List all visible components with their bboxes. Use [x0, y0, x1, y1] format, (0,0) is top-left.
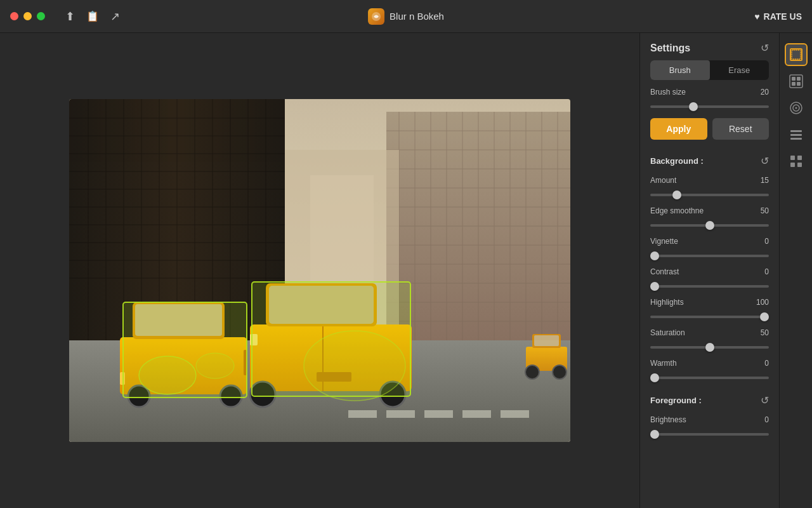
- bg-slider-row-5: Saturation 50: [650, 328, 769, 351]
- titlebar-center: Blur n Bokeh: [368, 8, 444, 25]
- svg-rect-50: [348, 410, 377, 418]
- fg-slider-value-0: 0: [764, 415, 769, 424]
- svg-rect-84: [797, 77, 801, 81]
- bg-slider-value-2: 0: [764, 237, 769, 246]
- svg-rect-83: [792, 77, 796, 81]
- bg-slider-4[interactable]: [650, 316, 769, 318]
- bg-slider-label-2: Vignette: [650, 237, 678, 246]
- background-sliders: Amount 15 Edge smoothne 50 Vignette 0 Co…: [640, 176, 779, 389]
- svg-rect-93: [790, 156, 795, 160]
- brush-size-slider[interactable]: [650, 105, 769, 108]
- traffic-lights: [10, 12, 45, 20]
- bg-slider-1[interactable]: [650, 224, 769, 227]
- action-buttons: Apply Reset: [640, 118, 779, 140]
- bg-slider-value-5: 50: [761, 328, 769, 337]
- import-icon[interactable]: ⬆: [65, 10, 75, 23]
- brush-size-label: Brush size: [650, 88, 686, 97]
- apply-button[interactable]: Apply: [650, 118, 707, 140]
- settings-header: Settings ↺: [640, 33, 779, 60]
- svg-point-76: [139, 356, 196, 394]
- svg-rect-90: [790, 130, 802, 132]
- background-section-header: Background : ↺: [640, 150, 779, 172]
- app-title: Blur n Bokeh: [390, 11, 444, 22]
- svg-rect-94: [797, 156, 802, 160]
- fg-slider-label-0: Brightness: [650, 415, 686, 424]
- bg-slider-3[interactable]: [650, 285, 769, 288]
- bg-slider-5[interactable]: [650, 346, 769, 349]
- foreground-refresh-icon[interactable]: ↺: [761, 394, 769, 406]
- target-tool-button[interactable]: [785, 97, 808, 119]
- svg-rect-52: [424, 410, 453, 418]
- titlebar: ⬆ 📋 ↗ Blur n Bokeh ♥ RATE US: [0, 0, 812, 33]
- bg-slider-row-1: Edge smoothne 50: [650, 206, 769, 229]
- svg-rect-96: [797, 163, 802, 167]
- canvas-area: [0, 33, 639, 508]
- brush-size-value: 20: [761, 88, 769, 97]
- bg-slider-label-1: Edge smoothne: [650, 206, 704, 215]
- svg-rect-57: [534, 335, 559, 346]
- bg-slider-label-6: Warmth: [650, 359, 677, 368]
- rate-us-button[interactable]: ♥ RATE US: [754, 11, 802, 22]
- svg-rect-81: [792, 50, 801, 59]
- background-title: Background :: [650, 156, 704, 166]
- svg-point-58: [525, 365, 539, 379]
- minimize-button[interactable]: [23, 12, 32, 20]
- bg-slider-label-5: Saturation: [650, 328, 685, 337]
- bg-slider-label-4: Highlights: [650, 298, 684, 307]
- bg-slider-value-0: 15: [761, 176, 769, 185]
- bg-slider-row-2: Vignette 0: [650, 237, 769, 260]
- main-content: Settings ↺ Brush Erase Brush size 20 App…: [0, 33, 812, 508]
- svg-rect-82: [790, 75, 802, 88]
- bg-slider-label-3: Contrast: [650, 267, 679, 276]
- settings-panel: Settings ↺ Brush Erase Brush size 20 App…: [639, 33, 779, 508]
- bg-slider-value-6: 0: [764, 359, 769, 368]
- titlebar-icons: ⬆ 📋 ↗: [65, 10, 120, 23]
- svg-rect-85: [792, 82, 796, 86]
- brush-erase-toggle: Brush Erase: [650, 60, 769, 80]
- scene-svg: [69, 99, 570, 442]
- bg-slider-6[interactable]: [650, 377, 769, 379]
- settings-refresh-icon[interactable]: ↺: [761, 42, 769, 54]
- zoom-tool-button[interactable]: [785, 70, 808, 93]
- erase-button[interactable]: Erase: [710, 60, 769, 80]
- bg-slider-row-3: Contrast 0: [650, 267, 769, 290]
- grid-tool-button[interactable]: [785, 150, 808, 173]
- close-button[interactable]: [10, 12, 18, 20]
- svg-rect-53: [462, 410, 491, 418]
- foreground-section-header: Foreground : ↺: [640, 389, 779, 411]
- background-refresh-icon[interactable]: ↺: [761, 155, 769, 167]
- bg-slider-value-4: 100: [756, 298, 769, 307]
- right-toolbar: [779, 33, 812, 508]
- image-canvas[interactable]: [69, 99, 570, 442]
- brush-size-row: Brush size 20: [650, 88, 769, 110]
- foreground-title: Foreground :: [650, 396, 702, 405]
- maximize-button[interactable]: [37, 12, 45, 20]
- foreground-sliders: Brightness 0: [640, 415, 779, 446]
- bg-slider-row-4: Highlights 100: [650, 298, 769, 321]
- svg-rect-51: [386, 410, 415, 418]
- crop-tool-button[interactable]: [785, 43, 808, 66]
- share-icon[interactable]: ↗: [110, 10, 120, 23]
- settings-title: Settings: [650, 43, 690, 54]
- svg-point-77: [196, 353, 234, 378]
- save-icon[interactable]: 📋: [86, 10, 99, 22]
- brush-size-section: Brush size 20: [640, 88, 779, 118]
- bg-slider-row-6: Warmth 0: [650, 359, 769, 382]
- bg-slider-row-0: Amount 15: [650, 176, 769, 199]
- bg-slider-0[interactable]: [650, 194, 769, 196]
- svg-rect-92: [790, 138, 802, 140]
- reset-button[interactable]: Reset: [712, 118, 769, 140]
- bg-slider-2[interactable]: [650, 255, 769, 257]
- bg-slider-value-1: 50: [761, 206, 769, 215]
- svg-rect-91: [790, 134, 802, 136]
- svg-rect-54: [501, 410, 529, 418]
- list-tool-button[interactable]: [785, 123, 808, 146]
- svg-rect-86: [797, 82, 801, 86]
- brush-button[interactable]: Brush: [650, 60, 710, 80]
- svg-rect-95: [790, 163, 795, 167]
- fg-slider-row-0: Brightness 0: [650, 415, 769, 438]
- fg-slider-0[interactable]: [650, 433, 769, 436]
- heart-icon: ♥: [754, 11, 759, 22]
- bg-slider-label-0: Amount: [650, 176, 676, 185]
- svg-point-59: [553, 365, 566, 379]
